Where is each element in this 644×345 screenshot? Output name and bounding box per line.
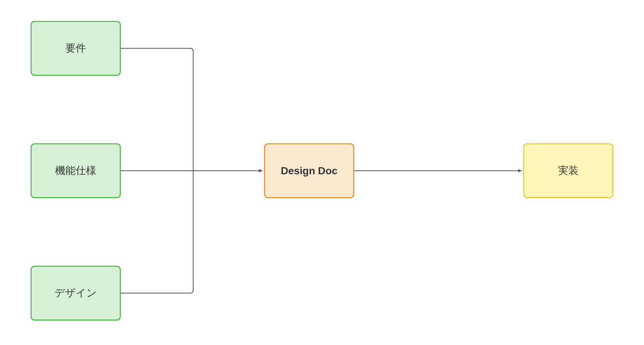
flow-diagram: 要件 機能仕様 デザイン Design Doc 実装 [0,0,644,345]
node-design: デザイン [31,266,121,321]
node-label: Design Doc [281,165,337,177]
node-label: 機能仕様 [55,164,96,178]
node-designdoc: Design Doc [264,143,354,198]
edge-requirements-designdoc [121,48,193,171]
edge-design-designdoc [121,171,193,293]
node-label: 実装 [558,164,579,178]
node-label: デザイン [54,286,97,300]
node-spec: 機能仕様 [31,143,121,198]
node-requirements: 要件 [31,21,121,76]
node-label: 要件 [65,41,86,55]
node-implementation: 実装 [523,143,613,198]
